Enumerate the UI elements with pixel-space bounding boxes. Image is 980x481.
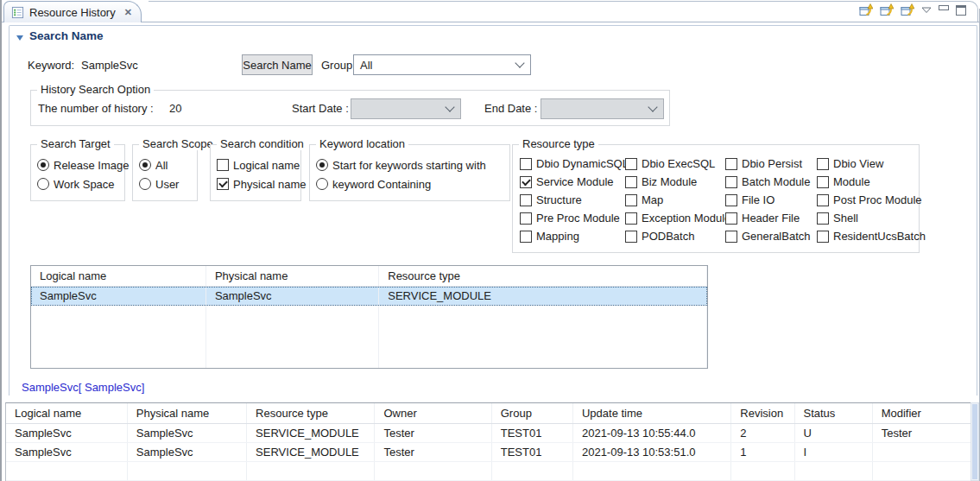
checkbox-logical-name[interactable]: Logical name — [217, 155, 300, 174]
checkbox-residentucsbatch[interactable]: ResidentUcsBatch — [817, 227, 926, 245]
column-header-revision[interactable]: Revision — [731, 403, 794, 424]
keyword-location-group: Keyword locationStart for keywords start… — [309, 144, 510, 201]
radio-all[interactable]: All — [139, 155, 197, 174]
column-header-update-time[interactable]: Update time — [572, 403, 730, 424]
option-label: Dbio Persist — [742, 157, 802, 170]
column-header-logical-name[interactable]: Logical name — [31, 266, 205, 287]
tab-close-icon[interactable]: ✕ — [124, 7, 132, 18]
section-collapse-icon[interactable] — [16, 35, 23, 41]
checkbox-dbio-dynamicsql[interactable]: Dbio DynamicSQL — [520, 155, 625, 173]
column-header-physical-name[interactable]: Physical name — [205, 266, 378, 287]
checkbox-control[interactable] — [817, 212, 829, 225]
radio-user[interactable]: User — [139, 174, 197, 193]
search-name-button[interactable]: Search Name — [242, 54, 313, 75]
start-date-dropdown[interactable] — [351, 98, 461, 119]
checkbox-control[interactable] — [520, 231, 532, 243]
checkbox-control[interactable] — [520, 158, 532, 170]
column-header-physical-name[interactable]: Physical name — [127, 403, 246, 424]
open-resource-icon-3[interactable] — [901, 3, 914, 17]
tab-title: Resource History — [29, 6, 116, 19]
checkbox-batch-module[interactable]: Batch Module — [725, 173, 817, 191]
history-table-scrollbar[interactable] — [971, 402, 979, 481]
checkbox-dbio-persist[interactable]: Dbio Persist — [725, 155, 817, 173]
column-header-logical-name[interactable]: Logical name — [6, 403, 127, 424]
column-header-resource-type[interactable]: Resource type — [379, 266, 707, 287]
checkbox-control[interactable] — [817, 158, 829, 170]
column-header-status[interactable]: Status — [794, 403, 872, 424]
option-label: File IO — [742, 193, 775, 206]
empty-row — [31, 342, 707, 360]
checkbox-control[interactable] — [725, 194, 737, 206]
checkbox-control[interactable] — [725, 231, 737, 243]
radio-release-image[interactable]: Release Image — [37, 155, 124, 174]
minimize-icon[interactable] — [939, 5, 949, 10]
radio-keyword-containing[interactable]: keyword Containing — [316, 174, 509, 193]
end-date-dropdown[interactable] — [541, 98, 664, 119]
checkbox-control[interactable] — [625, 158, 637, 170]
checkbox-control[interactable] — [625, 176, 637, 188]
group-dropdown[interactable]: All — [353, 54, 531, 75]
radio-work-space[interactable]: Work Space — [37, 174, 124, 193]
checkbox-dbio-view[interactable]: Dbio View — [817, 155, 926, 173]
tab-resource-history[interactable]: Resource History ✕ — [3, 1, 142, 22]
open-resource-icon-1[interactable] — [859, 3, 873, 17]
checkbox-generalbatch[interactable]: GeneralBatch — [725, 227, 817, 245]
checkbox-control[interactable] — [520, 212, 532, 225]
radio-control[interactable] — [37, 159, 49, 171]
checkbox-control[interactable] — [217, 159, 229, 171]
radio-control[interactable] — [316, 178, 328, 190]
checkbox-control[interactable] — [520, 194, 532, 206]
checkbox-physical-name[interactable]: Physical name — [217, 174, 300, 193]
option-label: Exception Module — [642, 212, 730, 225]
checkbox-control[interactable] — [817, 176, 829, 188]
maximize-icon[interactable] — [956, 5, 966, 16]
checkbox-control[interactable] — [625, 194, 637, 206]
checkbox-control[interactable] — [625, 212, 637, 225]
checkbox-map[interactable]: Map — [625, 191, 725, 209]
column-header-modifier[interactable]: Modifier — [872, 403, 971, 424]
radio-control[interactable] — [316, 159, 328, 171]
radio-control[interactable] — [139, 178, 151, 190]
selected-resource-link[interactable]: SampleSvc[ SampleSvc] — [22, 381, 144, 394]
checkbox-exception-module[interactable]: Exception Module — [625, 209, 725, 227]
option-label: GeneralBatch — [742, 230, 811, 243]
checkbox-control[interactable] — [817, 194, 829, 206]
checkbox-control[interactable] — [725, 212, 737, 225]
checkbox-biz-module[interactable]: Biz Module — [625, 173, 725, 191]
checkbox-control[interactable] — [217, 178, 229, 190]
checkbox-pre-proc-module[interactable]: Pre Proc Module — [520, 209, 625, 227]
checkbox-mapping[interactable]: Mapping — [520, 227, 625, 245]
radio-control[interactable] — [139, 159, 151, 171]
view-menu-icon[interactable] — [921, 7, 932, 14]
table-row[interactable]: SampleSvcSampleSvcSERVICE_MODULETesterTE… — [6, 443, 971, 462]
group-legend-search-condition: Search condition — [217, 137, 307, 150]
checkbox-service-module[interactable]: Service Module — [520, 173, 625, 191]
table-row[interactable]: SampleSvcSampleSvcSERVICE_MODULE — [31, 287, 707, 306]
checkbox-file-io[interactable]: File IO — [725, 191, 817, 209]
option-label: Start for keywords starting with — [332, 159, 486, 172]
cell: 2 — [731, 424, 794, 443]
column-header-group[interactable]: Group — [491, 403, 572, 424]
checkbox-dbio-execsql[interactable]: Dbio ExecSQL — [625, 155, 725, 173]
option-label: Work Space — [54, 178, 115, 191]
column-header-owner[interactable]: Owner — [375, 403, 491, 424]
checkbox-control[interactable] — [725, 176, 737, 188]
radio-start-for-keywords-starting-with[interactable]: Start for keywords starting with — [316, 155, 509, 174]
cell: SampleSvc — [205, 287, 378, 306]
open-resource-icon-2[interactable] — [880, 3, 894, 17]
checkbox-post-proc-module[interactable]: Post Proc Module — [817, 191, 926, 209]
radio-control[interactable] — [37, 178, 49, 190]
table-row[interactable]: SampleSvcSampleSvcSERVICE_MODULETesterTE… — [6, 424, 971, 443]
column-header-resource-type[interactable]: Resource type — [247, 403, 375, 424]
checkbox-module[interactable]: Module — [817, 173, 926, 191]
checkbox-control[interactable] — [625, 231, 637, 243]
checkbox-control[interactable] — [725, 158, 737, 170]
checkbox-control[interactable] — [817, 231, 829, 243]
checkbox-header-file[interactable]: Header File — [725, 209, 817, 227]
checkbox-structure[interactable]: Structure — [520, 191, 625, 209]
scrollbar-thumb[interactable] — [972, 404, 977, 479]
checkbox-podbatch[interactable]: PODBatch — [625, 227, 725, 245]
checkbox-control[interactable] — [520, 176, 532, 188]
checkbox-shell[interactable]: Shell — [817, 209, 926, 227]
keyword-value[interactable]: SampleSvc — [81, 59, 138, 72]
